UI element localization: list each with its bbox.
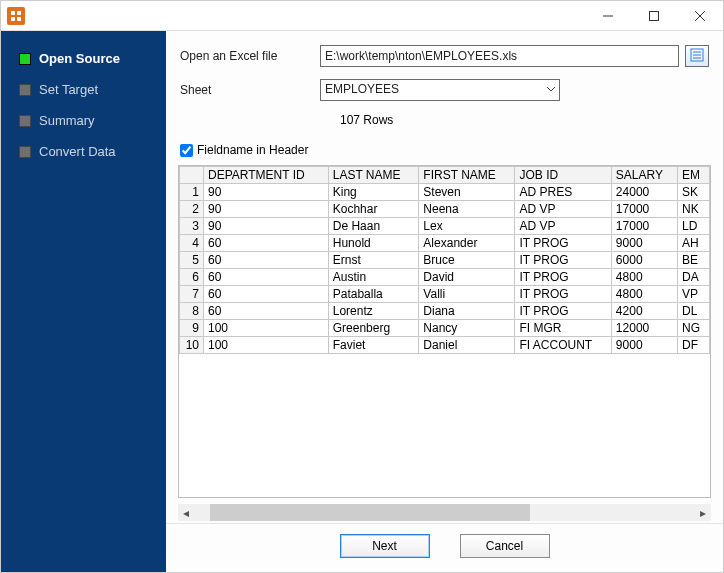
svg-rect-3	[17, 17, 21, 21]
table-cell[interactable]: 90	[204, 218, 329, 235]
table-cell[interactable]: 4800	[611, 286, 677, 303]
table-cell[interactable]: Pataballa	[328, 286, 419, 303]
table-cell[interactable]: IT PROG	[515, 286, 611, 303]
horizontal-scrollbar[interactable]: ◂ ▸	[178, 504, 711, 521]
table-row[interactable]: 660AustinDavidIT PROG4800DA	[180, 269, 710, 286]
row-number-cell: 6	[180, 269, 204, 286]
table-cell[interactable]: 9000	[611, 337, 677, 354]
column-header[interactable]: DEPARTMENT ID	[204, 167, 329, 184]
table-cell[interactable]: Neena	[419, 201, 515, 218]
table-cell[interactable]: FI ACCOUNT	[515, 337, 611, 354]
file-path-input[interactable]	[320, 45, 679, 67]
table-cell[interactable]: FI MGR	[515, 320, 611, 337]
table-row[interactable]: 390De HaanLexAD VP17000LD	[180, 218, 710, 235]
sidebar-item-summary[interactable]: Summary	[1, 105, 166, 136]
table-cell[interactable]: Ernst	[328, 252, 419, 269]
fieldname-header-checkbox[interactable]	[180, 144, 193, 157]
table-cell[interactable]: DF	[678, 337, 710, 354]
table-cell[interactable]: SK	[678, 184, 710, 201]
table-row[interactable]: 190KingStevenAD PRES24000SK	[180, 184, 710, 201]
table-cell[interactable]: 9000	[611, 235, 677, 252]
table-cell[interactable]: 90	[204, 201, 329, 218]
table-cell[interactable]: AH	[678, 235, 710, 252]
table-cell[interactable]: 4200	[611, 303, 677, 320]
table-row[interactable]: 760PataballaValliIT PROG4800VP	[180, 286, 710, 303]
table-cell[interactable]: David	[419, 269, 515, 286]
table-row[interactable]: 290KochharNeenaAD VP17000NK	[180, 201, 710, 218]
table-cell[interactable]: Lorentz	[328, 303, 419, 320]
table-cell[interactable]: NK	[678, 201, 710, 218]
table-cell[interactable]: Valli	[419, 286, 515, 303]
sidebar-item-label: Summary	[39, 113, 95, 128]
column-header[interactable]: JOB ID	[515, 167, 611, 184]
table-cell[interactable]: 100	[204, 337, 329, 354]
table-cell[interactable]: 60	[204, 252, 329, 269]
table-cell[interactable]: 60	[204, 269, 329, 286]
table-cell[interactable]: Faviet	[328, 337, 419, 354]
step-marker-icon	[19, 53, 31, 65]
table-row[interactable]: 560ErnstBruceIT PROG6000BE	[180, 252, 710, 269]
column-header[interactable]: SALARY	[611, 167, 677, 184]
table-cell[interactable]: BE	[678, 252, 710, 269]
table-cell[interactable]: 100	[204, 320, 329, 337]
cancel-button[interactable]: Cancel	[460, 534, 550, 558]
table-cell[interactable]: NG	[678, 320, 710, 337]
table-cell[interactable]: Greenberg	[328, 320, 419, 337]
table-cell[interactable]: Austin	[328, 269, 419, 286]
table-cell[interactable]: Nancy	[419, 320, 515, 337]
table-cell[interactable]: DA	[678, 269, 710, 286]
close-button[interactable]	[677, 1, 723, 31]
table-cell[interactable]: AD PRES	[515, 184, 611, 201]
table-cell[interactable]: 6000	[611, 252, 677, 269]
table-cell[interactable]: Diana	[419, 303, 515, 320]
table-row[interactable]: 860LorentzDianaIT PROG4200DL	[180, 303, 710, 320]
table-cell[interactable]: Kochhar	[328, 201, 419, 218]
sheet-label: Sheet	[180, 83, 320, 97]
table-cell[interactable]: IT PROG	[515, 303, 611, 320]
table-cell[interactable]: 90	[204, 184, 329, 201]
table-cell[interactable]: Hunold	[328, 235, 419, 252]
table-cell[interactable]: Lex	[419, 218, 515, 235]
table-cell[interactable]: LD	[678, 218, 710, 235]
browse-button[interactable]	[685, 45, 709, 67]
wizard-sidebar: Open Source Set Target Summary Convert D…	[1, 31, 166, 572]
next-button[interactable]: Next	[340, 534, 430, 558]
maximize-button[interactable]	[631, 1, 677, 31]
table-cell[interactable]: 4800	[611, 269, 677, 286]
table-cell[interactable]: AD VP	[515, 218, 611, 235]
table-cell[interactable]: 17000	[611, 201, 677, 218]
table-cell[interactable]: AD VP	[515, 201, 611, 218]
column-header[interactable]: LAST NAME	[328, 167, 419, 184]
table-cell[interactable]: IT PROG	[515, 269, 611, 286]
column-header[interactable]: EM	[678, 167, 710, 184]
table-cell[interactable]: IT PROG	[515, 235, 611, 252]
table-cell[interactable]: DL	[678, 303, 710, 320]
minimize-button[interactable]	[585, 1, 631, 31]
table-cell[interactable]: Steven	[419, 184, 515, 201]
table-cell[interactable]: Daniel	[419, 337, 515, 354]
scrollbar-thumb[interactable]	[210, 504, 530, 521]
preview-grid[interactable]: DEPARTMENT IDLAST NAMEFIRST NAMEJOB IDSA…	[178, 165, 711, 498]
table-cell[interactable]: King	[328, 184, 419, 201]
table-cell[interactable]: 12000	[611, 320, 677, 337]
table-cell[interactable]: 60	[204, 286, 329, 303]
sidebar-item-set-target[interactable]: Set Target	[1, 74, 166, 105]
table-cell[interactable]: 60	[204, 235, 329, 252]
table-cell[interactable]: Alexander	[419, 235, 515, 252]
table-cell[interactable]: De Haan	[328, 218, 419, 235]
sidebar-item-convert-data[interactable]: Convert Data	[1, 136, 166, 167]
table-cell[interactable]: Bruce	[419, 252, 515, 269]
step-marker-icon	[19, 146, 31, 158]
table-cell[interactable]: VP	[678, 286, 710, 303]
table-cell[interactable]: IT PROG	[515, 252, 611, 269]
sidebar-item-open-source[interactable]: Open Source	[1, 43, 166, 74]
column-header[interactable]: FIRST NAME	[419, 167, 515, 184]
sheet-select[interactable]: EMPLOYEES	[320, 79, 560, 101]
table-row[interactable]: 9100GreenbergNancyFI MGR12000NG	[180, 320, 710, 337]
table-row[interactable]: 10100FavietDanielFI ACCOUNT9000DF	[180, 337, 710, 354]
row-number-header	[180, 167, 204, 184]
table-row[interactable]: 460HunoldAlexanderIT PROG9000AH	[180, 235, 710, 252]
table-cell[interactable]: 24000	[611, 184, 677, 201]
table-cell[interactable]: 17000	[611, 218, 677, 235]
table-cell[interactable]: 60	[204, 303, 329, 320]
